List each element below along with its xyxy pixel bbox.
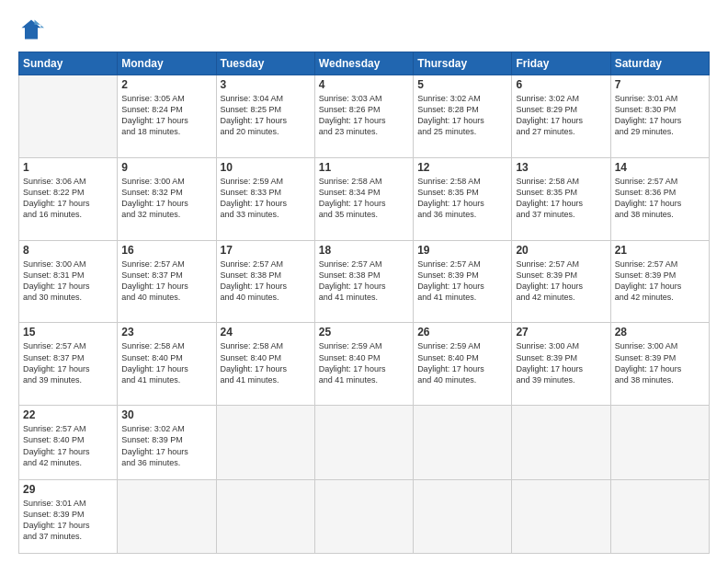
calendar-header-thursday: Thursday <box>414 52 512 75</box>
calendar-day-cell <box>314 479 413 553</box>
day-info: Sunrise: 3:00 AM Sunset: 8:32 PM Dayligh… <box>121 176 211 221</box>
calendar-day-cell: 15Sunrise: 2:57 AM Sunset: 8:37 PM Dayli… <box>19 323 118 406</box>
calendar-day-cell: 26Sunrise: 2:59 AM Sunset: 8:40 PM Dayli… <box>414 323 512 406</box>
day-number: 9 <box>121 161 211 174</box>
calendar-day-cell: 7Sunrise: 3:01 AM Sunset: 8:30 PM Daylig… <box>610 75 709 158</box>
calendar-day-cell: 19Sunrise: 2:57 AM Sunset: 8:39 PM Dayli… <box>414 240 512 323</box>
day-info: Sunrise: 3:00 AM Sunset: 8:31 PM Dayligh… <box>23 259 113 304</box>
calendar-day-cell <box>216 406 314 479</box>
day-info: Sunrise: 2:58 AM Sunset: 8:35 PM Dayligh… <box>516 176 606 221</box>
day-number: 11 <box>319 161 409 174</box>
calendar-header-sunday: Sunday <box>19 52 118 75</box>
day-number: 16 <box>121 244 211 257</box>
calendar-day-cell: 3Sunrise: 3:04 AM Sunset: 8:25 PM Daylig… <box>216 75 314 158</box>
calendar-day-cell <box>118 479 216 553</box>
day-info: Sunrise: 3:04 AM Sunset: 8:25 PM Dayligh… <box>221 93 311 138</box>
day-info: Sunrise: 2:57 AM Sunset: 8:39 PM Dayligh… <box>516 259 606 304</box>
calendar-day-cell <box>512 406 610 479</box>
day-number: 21 <box>615 244 705 257</box>
calendar-day-cell: 5Sunrise: 3:02 AM Sunset: 8:28 PM Daylig… <box>414 75 512 158</box>
day-number: 6 <box>516 78 606 91</box>
calendar-week-row: 2Sunrise: 3:05 AM Sunset: 8:24 PM Daylig… <box>19 75 710 158</box>
day-info: Sunrise: 3:06 AM Sunset: 8:22 PM Dayligh… <box>23 176 113 221</box>
calendar-day-cell <box>314 406 413 479</box>
day-number: 19 <box>417 244 507 257</box>
calendar-header-row: SundayMondayTuesdayWednesdayThursdayFrid… <box>19 52 710 75</box>
calendar-day-cell: 18Sunrise: 2:57 AM Sunset: 8:38 PM Dayli… <box>314 240 413 323</box>
day-number: 24 <box>221 326 311 339</box>
logo-icon <box>18 17 44 42</box>
logo <box>18 17 48 42</box>
day-number: 27 <box>516 326 606 339</box>
calendar-day-cell: 2Sunrise: 3:05 AM Sunset: 8:24 PM Daylig… <box>118 75 216 158</box>
day-info: Sunrise: 2:58 AM Sunset: 8:40 PM Dayligh… <box>221 340 311 385</box>
day-info: Sunrise: 2:59 AM Sunset: 8:33 PM Dayligh… <box>221 176 311 221</box>
page: SundayMondayTuesdayWednesdayThursdayFrid… <box>0 0 728 563</box>
day-number: 12 <box>417 161 507 174</box>
calendar-day-cell: 30Sunrise: 3:02 AM Sunset: 8:39 PM Dayli… <box>118 406 216 479</box>
calendar-day-cell: 14Sunrise: 2:57 AM Sunset: 8:36 PM Dayli… <box>610 157 709 240</box>
calendar-day-cell <box>414 406 512 479</box>
day-info: Sunrise: 3:02 AM Sunset: 8:28 PM Dayligh… <box>417 93 507 138</box>
calendar-header-monday: Monday <box>118 52 216 75</box>
day-info: Sunrise: 2:59 AM Sunset: 8:40 PM Dayligh… <box>319 340 409 385</box>
calendar-week-row: 22Sunrise: 2:57 AM Sunset: 8:40 PM Dayli… <box>19 406 710 479</box>
svg-marker-0 <box>22 20 41 40</box>
calendar-day-cell: 4Sunrise: 3:03 AM Sunset: 8:26 PM Daylig… <box>314 75 413 158</box>
calendar-header-tuesday: Tuesday <box>216 52 314 75</box>
day-info: Sunrise: 3:02 AM Sunset: 8:29 PM Dayligh… <box>516 93 606 138</box>
day-number: 4 <box>319 78 409 91</box>
day-info: Sunrise: 3:00 AM Sunset: 8:39 PM Dayligh… <box>516 340 606 385</box>
day-info: Sunrise: 2:57 AM Sunset: 8:39 PM Dayligh… <box>417 259 507 304</box>
calendar-day-cell: 21Sunrise: 2:57 AM Sunset: 8:39 PM Dayli… <box>610 240 709 323</box>
calendar-week-row: 8Sunrise: 3:00 AM Sunset: 8:31 PM Daylig… <box>19 240 710 323</box>
day-number: 26 <box>417 326 507 339</box>
calendar-day-cell: 17Sunrise: 2:57 AM Sunset: 8:38 PM Dayli… <box>216 240 314 323</box>
calendar-day-cell <box>216 479 314 553</box>
day-number: 10 <box>221 161 311 174</box>
calendar-day-cell: 6Sunrise: 3:02 AM Sunset: 8:29 PM Daylig… <box>512 75 610 158</box>
day-number: 15 <box>23 326 113 339</box>
day-number: 30 <box>121 408 211 421</box>
calendar-header-wednesday: Wednesday <box>314 52 413 75</box>
day-number: 25 <box>319 326 409 339</box>
day-info: Sunrise: 2:57 AM Sunset: 8:37 PM Dayligh… <box>23 340 113 385</box>
day-number: 13 <box>516 161 606 174</box>
calendar-day-cell <box>414 479 512 553</box>
calendar-day-cell <box>512 479 610 553</box>
calendar-day-cell: 11Sunrise: 2:58 AM Sunset: 8:34 PM Dayli… <box>314 157 413 240</box>
day-number: 8 <box>23 244 113 257</box>
day-number: 1 <box>23 161 113 174</box>
day-number: 14 <box>615 161 705 174</box>
calendar-day-cell: 16Sunrise: 2:57 AM Sunset: 8:37 PM Dayli… <box>118 240 216 323</box>
calendar-day-cell <box>610 406 709 479</box>
day-info: Sunrise: 2:59 AM Sunset: 8:40 PM Dayligh… <box>417 340 507 385</box>
day-info: Sunrise: 2:58 AM Sunset: 8:35 PM Dayligh… <box>417 176 507 221</box>
day-number: 7 <box>615 78 705 91</box>
day-number: 28 <box>615 326 705 339</box>
calendar-day-cell: 24Sunrise: 2:58 AM Sunset: 8:40 PM Dayli… <box>216 323 314 406</box>
calendar-week-row: 15Sunrise: 2:57 AM Sunset: 8:37 PM Dayli… <box>19 323 710 406</box>
calendar-week-row: 1Sunrise: 3:06 AM Sunset: 8:22 PM Daylig… <box>19 157 710 240</box>
calendar-day-cell: 22Sunrise: 2:57 AM Sunset: 8:40 PM Dayli… <box>19 406 118 479</box>
calendar-day-cell: 29Sunrise: 3:01 AM Sunset: 8:39 PM Dayli… <box>19 479 118 553</box>
calendar-day-cell: 25Sunrise: 2:59 AM Sunset: 8:40 PM Dayli… <box>314 323 413 406</box>
calendar-day-cell: 28Sunrise: 3:00 AM Sunset: 8:39 PM Dayli… <box>610 323 709 406</box>
day-info: Sunrise: 3:02 AM Sunset: 8:39 PM Dayligh… <box>121 423 211 468</box>
day-number: 29 <box>23 483 113 496</box>
day-info: Sunrise: 3:01 AM Sunset: 8:30 PM Dayligh… <box>615 93 705 138</box>
day-number: 2 <box>121 78 211 91</box>
day-number: 20 <box>516 244 606 257</box>
calendar-day-cell: 9Sunrise: 3:00 AM Sunset: 8:32 PM Daylig… <box>118 157 216 240</box>
calendar-day-cell: 20Sunrise: 2:57 AM Sunset: 8:39 PM Dayli… <box>512 240 610 323</box>
calendar-day-cell: 10Sunrise: 2:59 AM Sunset: 8:33 PM Dayli… <box>216 157 314 240</box>
calendar-day-cell <box>19 75 118 158</box>
day-number: 18 <box>319 244 409 257</box>
calendar-week-row: 29Sunrise: 3:01 AM Sunset: 8:39 PM Dayli… <box>19 479 710 553</box>
day-info: Sunrise: 3:05 AM Sunset: 8:24 PM Dayligh… <box>121 93 211 138</box>
day-info: Sunrise: 3:01 AM Sunset: 8:39 PM Dayligh… <box>23 498 113 543</box>
day-info: Sunrise: 2:57 AM Sunset: 8:38 PM Dayligh… <box>319 259 409 304</box>
day-info: Sunrise: 2:58 AM Sunset: 8:34 PM Dayligh… <box>319 176 409 221</box>
day-info: Sunrise: 2:58 AM Sunset: 8:40 PM Dayligh… <box>121 340 211 385</box>
day-info: Sunrise: 2:57 AM Sunset: 8:36 PM Dayligh… <box>615 176 705 221</box>
